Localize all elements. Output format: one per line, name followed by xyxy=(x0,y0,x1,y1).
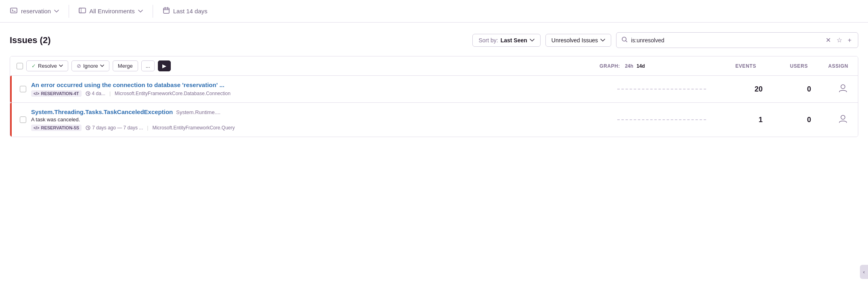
issue-title-link-1[interactable]: An error occurred using the connection t… xyxy=(31,81,224,88)
time-24h-button[interactable]: 24h xyxy=(625,63,633,69)
filter-label: Unresolved Issues xyxy=(551,37,598,44)
env-label: All Environments xyxy=(89,8,135,15)
check-icon: ✓ xyxy=(31,63,36,69)
svg-rect-1 xyxy=(79,8,86,13)
graph-time-links: 24h 14d xyxy=(625,63,645,69)
issue-tag-1: </> RESERVATION-4T xyxy=(31,90,82,97)
sort-label: Sort by: xyxy=(478,37,498,44)
issue-tag-label-2: RESERVATION-5S xyxy=(41,125,79,130)
issue-tag-2: </> RESERVATION-5S xyxy=(31,125,82,131)
issue-main-1: An error occurred using the connection t… xyxy=(31,81,609,97)
issue-events-1: 20 xyxy=(714,85,763,94)
resolve-chevron-icon xyxy=(59,64,63,67)
environment-selector[interactable]: All Environments xyxy=(69,7,153,16)
search-clear-button[interactable]: ✕ xyxy=(824,35,832,45)
env-icon xyxy=(79,7,86,16)
graph-label-area: GRAPH: 24h 14d xyxy=(600,63,704,69)
issue-assign-2[interactable] xyxy=(811,113,851,126)
project-chevron xyxy=(54,8,59,14)
search-bar: ✕ ☆ + xyxy=(616,32,858,48)
main-content: Issues (2) Sort by: Last Seen Unresolved… xyxy=(0,23,868,137)
graph-line-2 xyxy=(617,119,706,120)
issue-meta-2: </> RESERVATION-5S 7 days ago — 7 days .… xyxy=(31,125,609,131)
issue-title-row-2: System.Threading.Tasks.TaskCanceledExcep… xyxy=(31,108,609,115)
sort-chevron-icon xyxy=(530,39,535,42)
issue-time-label-1: 4 da... xyxy=(92,91,105,96)
issue-events-2: 1 xyxy=(714,116,763,124)
issue-users-2: 0 xyxy=(763,116,811,124)
sort-button[interactable]: Sort by: Last Seen xyxy=(472,34,540,47)
sort-value: Last Seen xyxy=(501,37,527,44)
issue-assign-1[interactable] xyxy=(811,83,851,96)
svg-rect-3 xyxy=(164,8,169,13)
search-actions: ✕ ☆ + xyxy=(824,35,853,45)
severity-bar xyxy=(10,76,12,102)
issue-time-1: 4 da... xyxy=(86,91,105,96)
issue-title-row-1: An error occurred using the connection t… xyxy=(31,81,609,88)
ignore-button[interactable]: ⊘ Ignore xyxy=(71,60,109,71)
separator-2: | xyxy=(147,125,148,131)
filter-chevron-icon xyxy=(600,39,605,42)
ignore-icon: ⊘ xyxy=(77,63,81,69)
project-icon xyxy=(10,6,18,16)
time-14d-button[interactable]: 14d xyxy=(637,63,645,69)
resolve-button[interactable]: ✓ Resolve xyxy=(26,60,68,71)
search-icon xyxy=(621,36,628,44)
ignore-chevron-icon xyxy=(100,64,104,67)
issue-subtitle-2: System.Runtime.... xyxy=(176,109,220,115)
select-all-checkbox[interactable] xyxy=(17,63,23,69)
issue-time-2: 7 days ago — 7 days ... xyxy=(86,125,143,131)
issue-module-2: Microsoft.EntityFrameworkCore.Query xyxy=(152,125,235,131)
clock-icon-2 xyxy=(86,125,90,130)
play-icon: ▶ xyxy=(162,63,166,69)
issue-main-2: System.Threading.Tasks.TaskCanceledExcep… xyxy=(31,108,609,131)
merge-label: Merge xyxy=(118,63,133,69)
assign-header: ASSIGN xyxy=(811,63,851,69)
code-icon-2: </> xyxy=(34,126,39,130)
svg-point-8 xyxy=(841,115,845,119)
issue-checkbox-1[interactable] xyxy=(20,86,26,92)
table-row: System.Threading.Tasks.TaskCanceledExcep… xyxy=(10,103,858,137)
assign-user-icon-2 xyxy=(838,116,848,126)
ignore-label: Ignore xyxy=(83,63,98,69)
merge-button[interactable]: Merge xyxy=(113,60,138,71)
more-button[interactable]: ... xyxy=(141,60,155,71)
env-chevron xyxy=(138,8,143,14)
date-label: Last 14 days xyxy=(173,8,208,15)
filter-button[interactable]: Unresolved Issues xyxy=(545,34,611,47)
search-input[interactable] xyxy=(631,37,821,44)
top-bar: reservation All Environments Last 14 day… xyxy=(0,0,868,23)
issue-meta-1: </> RESERVATION-4T 4 da... | Microsoft.E… xyxy=(31,90,609,97)
toolbar-row: ✓ Resolve ⊘ Ignore Merge ... ▶ GRAPH: xyxy=(10,56,858,76)
issue-checkbox-2[interactable] xyxy=(20,116,26,123)
issue-title-link-2[interactable]: System.Threading.Tasks.TaskCanceledExcep… xyxy=(31,108,173,115)
issue-module-1: Microsoft.EntityFrameworkCore.Database.C… xyxy=(115,91,231,96)
play-button[interactable]: ▶ xyxy=(158,60,171,71)
clock-icon-1 xyxy=(86,91,90,96)
graph-text: GRAPH: xyxy=(600,63,620,69)
issue-tag-label-1: RESERVATION-4T xyxy=(41,91,79,96)
issue-graph-2 xyxy=(609,119,714,120)
severity-bar-2 xyxy=(10,103,12,137)
assign-user-icon-1 xyxy=(838,85,848,95)
date-selector[interactable]: Last 14 days xyxy=(153,7,217,16)
page-title: Issues (2) xyxy=(10,35,51,46)
issue-description-2: A task was canceled. xyxy=(31,116,609,123)
date-icon xyxy=(163,7,170,16)
project-selector[interactable]: reservation xyxy=(10,6,69,16)
svg-point-6 xyxy=(841,85,845,89)
graph-line-1 xyxy=(617,89,706,89)
issues-table: ✓ Resolve ⊘ Ignore Merge ... ▶ GRAPH: xyxy=(10,56,858,137)
more-icon: ... xyxy=(146,63,150,69)
issue-graph-1 xyxy=(609,89,714,89)
resolve-label: Resolve xyxy=(38,63,57,69)
issue-users-1: 0 xyxy=(763,85,811,94)
project-name: reservation xyxy=(21,8,51,15)
table-row: An error occurred using the connection t… xyxy=(10,76,858,103)
svg-rect-0 xyxy=(10,8,17,13)
header-row: Issues (2) Sort by: Last Seen Unresolved… xyxy=(10,32,858,48)
separator-1: | xyxy=(109,91,111,96)
search-bookmark-button[interactable]: ☆ xyxy=(835,35,844,45)
users-header: USERS xyxy=(759,63,808,69)
search-add-button[interactable]: + xyxy=(846,36,853,45)
